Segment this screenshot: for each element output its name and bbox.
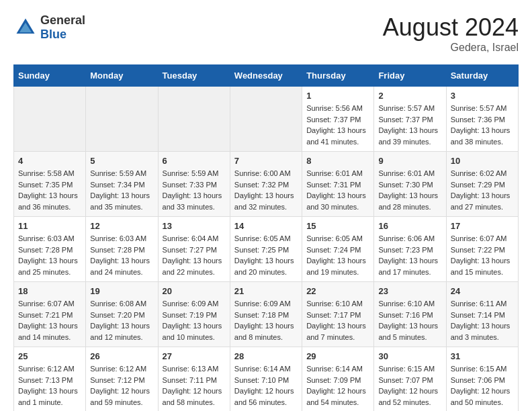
sunrise-text: Sunrise: 6:00 AM xyxy=(234,169,291,177)
sunrise-text: Sunrise: 6:02 AM xyxy=(451,169,507,177)
calendar-cell: 19Sunrise: 6:08 AMSunset: 7:20 PMDayligh… xyxy=(86,282,158,347)
sunrise-text: Sunrise: 6:03 AM xyxy=(18,234,75,242)
sunset-text: Sunset: 7:36 PM xyxy=(451,116,505,124)
calendar-cell: 22Sunrise: 6:10 AMSunset: 7:17 PMDayligh… xyxy=(302,282,374,347)
day-info: Sunrise: 6:06 AMSunset: 7:23 PMDaylight:… xyxy=(378,233,441,277)
calendar-cell: 25Sunrise: 6:12 AMSunset: 7:13 PMDayligh… xyxy=(14,347,86,412)
sunrise-text: Sunrise: 5:57 AM xyxy=(451,104,507,112)
sunset-text: Sunset: 7:19 PM xyxy=(163,311,217,319)
day-info: Sunrise: 6:10 AMSunset: 7:17 PMDaylight:… xyxy=(306,298,369,342)
sunset-text: Sunset: 7:20 PM xyxy=(90,311,144,319)
day-number: 4 xyxy=(18,156,81,166)
calendar-cell xyxy=(158,87,230,152)
calendar-cell: 5Sunrise: 5:59 AMSunset: 7:34 PMDaylight… xyxy=(86,152,158,217)
day-info: Sunrise: 6:10 AMSunset: 7:16 PMDaylight:… xyxy=(378,298,441,342)
day-info: Sunrise: 6:09 AMSunset: 7:19 PMDaylight:… xyxy=(163,298,226,342)
calendar-week-row: 1Sunrise: 5:56 AMSunset: 7:37 PMDaylight… xyxy=(14,87,519,152)
weekday-header: Saturday xyxy=(446,65,518,87)
sunrise-text: Sunrise: 5:57 AM xyxy=(378,104,435,112)
daylight-text: Daylight: 13 hours and 12 minutes. xyxy=(90,322,150,341)
day-info: Sunrise: 6:12 AMSunset: 7:12 PMDaylight:… xyxy=(90,363,153,408)
day-info: Sunrise: 6:14 AMSunset: 7:10 PMDaylight:… xyxy=(234,363,298,408)
calendar-cell: 24Sunrise: 6:11 AMSunset: 7:14 PMDayligh… xyxy=(446,282,518,347)
daylight-text: Daylight: 13 hours and 10 minutes. xyxy=(163,322,222,341)
calendar-cell: 7Sunrise: 6:00 AMSunset: 7:32 PMDaylight… xyxy=(230,152,302,217)
sunrise-text: Sunrise: 6:04 AM xyxy=(163,234,219,242)
day-info: Sunrise: 5:57 AMSunset: 7:37 PMDaylight:… xyxy=(378,103,441,147)
calendar-cell: 29Sunrise: 6:14 AMSunset: 7:09 PMDayligh… xyxy=(302,347,374,412)
day-number: 16 xyxy=(378,221,441,231)
day-number: 26 xyxy=(90,351,153,361)
sunset-text: Sunset: 7:11 PM xyxy=(163,376,217,384)
daylight-text: Daylight: 13 hours and 41 minutes. xyxy=(306,126,366,146)
calendar-cell: 28Sunrise: 6:14 AMSunset: 7:10 PMDayligh… xyxy=(230,347,302,412)
sunrise-text: Sunrise: 6:13 AM xyxy=(163,365,219,373)
location: Gedera, Israel xyxy=(383,42,519,54)
daylight-text: Daylight: 13 hours and 36 minutes. xyxy=(18,191,78,211)
weekday-header-row: SundayMondayTuesdayWednesdayThursdayFrid… xyxy=(14,65,519,87)
sunset-text: Sunset: 7:09 PM xyxy=(306,376,361,384)
weekday-header: Thursday xyxy=(302,65,374,87)
day-info: Sunrise: 5:57 AMSunset: 7:36 PMDaylight:… xyxy=(451,103,514,147)
day-number: 19 xyxy=(90,286,153,296)
calendar-cell: 17Sunrise: 6:07 AMSunset: 7:22 PMDayligh… xyxy=(446,217,518,282)
day-info: Sunrise: 6:03 AMSunset: 7:28 PMDaylight:… xyxy=(18,233,81,277)
day-number: 13 xyxy=(163,221,226,231)
sunset-text: Sunset: 7:13 PM xyxy=(18,376,73,384)
weekday-header: Tuesday xyxy=(158,65,230,87)
title-block: August 2024 Gedera, Israel xyxy=(383,13,519,54)
daylight-text: Daylight: 12 hours and 54 minutes. xyxy=(306,387,366,406)
daylight-text: Daylight: 13 hours and 17 minutes. xyxy=(378,257,438,276)
day-number: 14 xyxy=(234,221,298,231)
sunset-text: Sunset: 7:24 PM xyxy=(306,246,361,254)
weekday-header: Wednesday xyxy=(230,65,302,87)
sunrise-text: Sunrise: 6:10 AM xyxy=(378,300,435,308)
sunrise-text: Sunrise: 6:07 AM xyxy=(451,234,507,242)
calendar-week-row: 18Sunrise: 6:07 AMSunset: 7:21 PMDayligh… xyxy=(14,282,519,347)
daylight-text: Daylight: 13 hours and 5 minutes. xyxy=(378,322,438,341)
sunset-text: Sunset: 7:17 PM xyxy=(306,311,361,319)
day-number: 2 xyxy=(378,91,441,101)
weekday-header: Monday xyxy=(86,65,158,87)
day-info: Sunrise: 6:07 AMSunset: 7:22 PMDaylight:… xyxy=(451,233,514,277)
daylight-text: Daylight: 13 hours and 7 minutes. xyxy=(306,322,366,341)
day-info: Sunrise: 6:12 AMSunset: 7:13 PMDaylight:… xyxy=(18,363,81,408)
logo-general-text: General xyxy=(40,13,85,28)
day-info: Sunrise: 6:13 AMSunset: 7:11 PMDaylight:… xyxy=(163,363,226,408)
day-number: 29 xyxy=(306,351,369,361)
sunrise-text: Sunrise: 6:03 AM xyxy=(90,234,146,242)
daylight-text: Daylight: 13 hours and 32 minutes. xyxy=(234,191,294,211)
day-number: 3 xyxy=(451,91,514,101)
sunset-text: Sunset: 7:34 PM xyxy=(90,181,144,189)
calendar-cell: 18Sunrise: 6:07 AMSunset: 7:21 PMDayligh… xyxy=(14,282,86,347)
calendar-cell: 16Sunrise: 6:06 AMSunset: 7:23 PMDayligh… xyxy=(374,217,446,282)
calendar-cell: 4Sunrise: 5:58 AMSunset: 7:35 PMDaylight… xyxy=(14,152,86,217)
day-number: 11 xyxy=(18,221,81,231)
daylight-text: Daylight: 13 hours and 24 minutes. xyxy=(90,257,150,276)
logo: General Blue xyxy=(13,13,85,42)
day-number: 25 xyxy=(18,351,81,361)
day-number: 18 xyxy=(18,286,81,296)
sunrise-text: Sunrise: 6:12 AM xyxy=(90,365,146,373)
sunset-text: Sunset: 7:35 PM xyxy=(18,181,73,189)
daylight-text: Daylight: 12 hours and 58 minutes. xyxy=(163,387,222,406)
day-info: Sunrise: 6:08 AMSunset: 7:20 PMDaylight:… xyxy=(90,298,153,342)
sunset-text: Sunset: 7:16 PM xyxy=(378,311,433,319)
daylight-text: Daylight: 13 hours and 39 minutes. xyxy=(378,126,438,146)
sunset-text: Sunset: 7:21 PM xyxy=(18,311,73,319)
calendar-cell: 26Sunrise: 6:12 AMSunset: 7:12 PMDayligh… xyxy=(86,347,158,412)
calendar-cell: 10Sunrise: 6:02 AMSunset: 7:29 PMDayligh… xyxy=(446,152,518,217)
logo-text: General Blue xyxy=(40,13,85,42)
sunset-text: Sunset: 7:07 PM xyxy=(378,376,433,384)
daylight-text: Daylight: 13 hours and 14 minutes. xyxy=(18,322,78,341)
sunset-text: Sunset: 7:22 PM xyxy=(451,246,505,254)
calendar-cell: 11Sunrise: 6:03 AMSunset: 7:28 PMDayligh… xyxy=(14,217,86,282)
day-info: Sunrise: 6:14 AMSunset: 7:09 PMDaylight:… xyxy=(306,363,369,408)
day-number: 24 xyxy=(451,286,514,296)
day-info: Sunrise: 6:01 AMSunset: 7:31 PMDaylight:… xyxy=(306,168,369,212)
day-number: 22 xyxy=(306,286,369,296)
sunset-text: Sunset: 7:12 PM xyxy=(90,376,144,384)
calendar-cell xyxy=(14,87,86,152)
sunrise-text: Sunrise: 5:58 AM xyxy=(18,169,75,177)
day-number: 15 xyxy=(306,221,369,231)
